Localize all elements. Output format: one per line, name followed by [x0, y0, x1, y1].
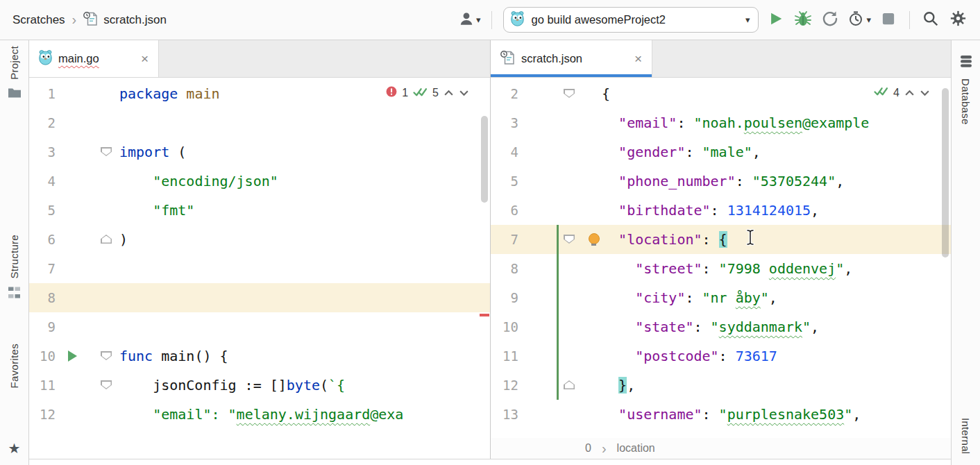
coverage-button[interactable]	[820, 10, 840, 31]
breadcrumb-index[interactable]: 0	[585, 442, 591, 455]
code-line[interactable]: 2	[29, 108, 490, 137]
line-number[interactable]: 7	[491, 225, 518, 254]
fold-open-icon[interactable]	[101, 380, 112, 389]
fold-close-icon[interactable]	[101, 235, 112, 244]
close-tab-icon[interactable]: ×	[634, 52, 642, 65]
code-line[interactable]: 13 "username": "purplesnake503",	[491, 400, 951, 429]
code-text: "birthdate": 1314124015,	[602, 196, 951, 225]
profiler-button[interactable]: ▾	[847, 10, 871, 31]
code-token: "	[836, 260, 844, 277]
line-number[interactable]: 4	[491, 137, 518, 167]
left-editor[interactable]: 1package main23import (4 "encoding/json"…	[29, 78, 490, 459]
run-config-select[interactable]: go build awesomeProject2 ▾	[503, 7, 759, 33]
code-token: jsonConfig := []	[119, 377, 287, 394]
code-line[interactable]: 10func main() {	[29, 341, 490, 371]
scrollbar-thumb[interactable]	[942, 88, 949, 257]
code-line[interactable]: 4 "gender": "male",	[491, 137, 951, 167]
favorites-star-button[interactable]: ★	[0, 441, 28, 455]
tool-button-project[interactable]: Project	[0, 46, 28, 101]
line-number[interactable]: 12	[29, 400, 56, 429]
fold-open-icon[interactable]	[564, 235, 575, 244]
code-line[interactable]: 12 "email": "melany.wijngaard@exa	[29, 400, 490, 429]
line-number[interactable]: 10	[29, 341, 56, 371]
stop-button[interactable]	[879, 10, 898, 31]
editor-split: main.go × 1package main23import (4 "enco…	[29, 40, 951, 459]
error-stripe-mark[interactable]	[480, 314, 489, 316]
code-line[interactable]: 8	[29, 283, 490, 312]
line-number[interactable]: 6	[491, 196, 518, 225]
tab-label: main.go	[58, 52, 99, 65]
close-tab-icon[interactable]: ×	[141, 52, 149, 65]
tab-scratch-json[interactable]: scratch.json ×	[491, 40, 652, 77]
breadcrumb-location[interactable]: location	[617, 442, 655, 455]
line-number[interactable]: 3	[491, 108, 518, 137]
line-number[interactable]: 3	[29, 137, 56, 167]
line-number[interactable]: 9	[29, 312, 56, 341]
next-issue-chevron-down-icon[interactable]	[920, 87, 930, 99]
code-token: main() {	[153, 348, 228, 364]
line-number[interactable]: 10	[491, 312, 518, 341]
code-line[interactable]: 3import (	[29, 137, 490, 167]
line-number[interactable]: 7	[29, 254, 56, 283]
code-line[interactable]: 11 jsonConfig := []byte(`{	[29, 371, 490, 400]
line-number[interactable]: 13	[491, 400, 518, 429]
line-number[interactable]: 9	[491, 283, 518, 312]
line-number[interactable]: 11	[29, 371, 56, 400]
line-number[interactable]: 2	[29, 108, 56, 137]
debug-button[interactable]	[793, 10, 813, 31]
code-line[interactable]: 6)	[29, 225, 490, 254]
line-number[interactable]: 6	[29, 225, 56, 254]
breadcrumb-file[interactable]: scratch.json	[103, 13, 167, 27]
code-token: "	[719, 406, 727, 423]
intention-bulb-icon[interactable]	[588, 233, 600, 246]
checks-icon[interactable]	[413, 87, 428, 100]
tool-button-structure[interactable]: Structure	[0, 235, 28, 302]
breadcrumb-root[interactable]: Scratches	[12, 13, 65, 27]
settings-button[interactable]	[948, 10, 968, 31]
fold-open-icon[interactable]	[101, 351, 112, 360]
code-line[interactable]: 8 "street": "7998 oddenvej",	[491, 254, 951, 283]
line-number[interactable]: 4	[29, 167, 56, 196]
toolbar-separator	[909, 11, 910, 29]
code-line[interactable]: 5 "phone_number": "53705244",	[491, 167, 951, 196]
fold-close-icon[interactable]	[564, 380, 575, 389]
code-line[interactable]: 7 "location": {	[491, 225, 951, 254]
line-number[interactable]: 11	[491, 341, 518, 371]
code-line[interactable]: 7	[29, 254, 490, 283]
fold-open-icon[interactable]	[101, 147, 112, 156]
line-number[interactable]: 8	[29, 283, 56, 312]
code-token: `{	[328, 377, 345, 394]
line-number[interactable]: 5	[491, 167, 518, 196]
checks-icon[interactable]	[874, 86, 888, 99]
code-line[interactable]: 9 "city": "nr åby",	[491, 283, 951, 312]
code-line[interactable]: 4 "encoding/json"	[29, 167, 490, 196]
code-line[interactable]: 5 "fmt"	[29, 196, 490, 225]
code-line[interactable]: 9	[29, 312, 490, 341]
tool-button-internal[interactable]: Internal	[952, 418, 980, 454]
line-number[interactable]: 8	[491, 254, 518, 283]
right-inspections-widget: 4	[871, 85, 933, 101]
search-button[interactable]	[921, 10, 940, 31]
error-count-icon[interactable]	[386, 86, 397, 100]
code-line[interactable]: 3 "email": "noah.poulsen@example	[491, 108, 951, 137]
line-number[interactable]: 2	[491, 79, 518, 108]
line-number[interactable]: 12	[491, 371, 518, 400]
user-button[interactable]: ▾	[459, 10, 481, 31]
code-line[interactable]: 10 "state": "syddanmark",	[491, 312, 951, 341]
code-line[interactable]: 11 "postcode": 73617	[491, 341, 951, 371]
tool-button-database[interactable]: Database	[952, 54, 980, 125]
tab-main-go[interactable]: main.go ×	[29, 40, 159, 77]
right-editor[interactable]: 2{3 "email": "noah.poulsen@example4 "gen…	[491, 78, 951, 438]
code-line[interactable]: 12 },	[491, 371, 951, 400]
run-button[interactable]	[766, 10, 786, 31]
fold-open-icon[interactable]	[564, 89, 575, 98]
line-number[interactable]: 5	[29, 196, 56, 225]
scrollbar-thumb[interactable]	[481, 116, 488, 203]
code-line[interactable]: 6 "birthdate": 1314124015,	[491, 196, 951, 225]
prev-issue-chevron-up-icon[interactable]	[904, 87, 915, 99]
prev-issue-chevron-up-icon[interactable]	[443, 87, 454, 99]
next-issue-chevron-down-icon[interactable]	[459, 87, 469, 99]
line-number[interactable]: 1	[29, 79, 56, 108]
tool-button-favorites[interactable]: Favorites	[0, 344, 28, 388]
run-gutter-icon[interactable]	[68, 350, 77, 362]
